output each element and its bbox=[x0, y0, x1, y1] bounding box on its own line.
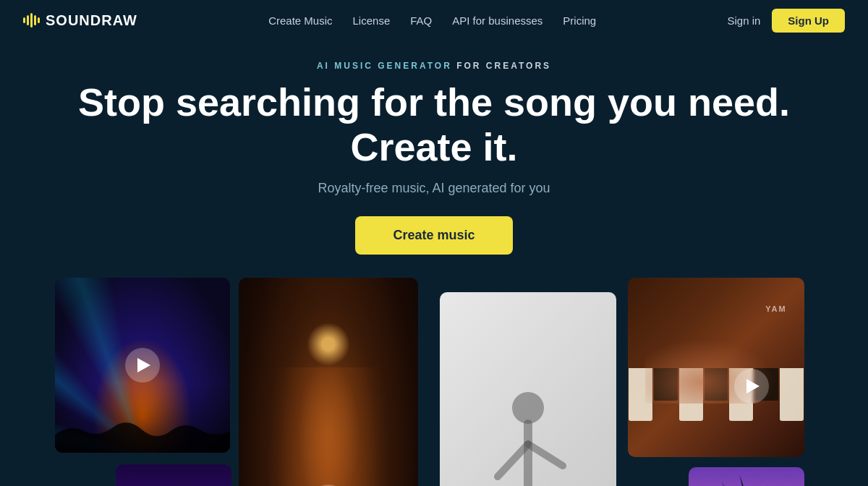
play-piano[interactable] bbox=[734, 369, 769, 404]
tag-creators: CREATORS bbox=[486, 61, 551, 71]
thumb-city bbox=[116, 464, 231, 486]
thumb-piano: YAM bbox=[628, 278, 804, 457]
hero-title-line2: Create it. bbox=[350, 125, 517, 169]
nav-actions: Sign in Sign Up bbox=[727, 9, 845, 33]
thumb-concert bbox=[55, 278, 230, 453]
hero-title: Stop searching for the song you need. Cr… bbox=[0, 80, 868, 169]
nav-api[interactable]: API for businesses bbox=[452, 14, 542, 27]
nav-license[interactable]: License bbox=[353, 14, 391, 27]
tag-generator: GENERATOR bbox=[378, 61, 452, 71]
svg-line-2 bbox=[498, 444, 528, 477]
nav-links: Create Music License FAQ API for busines… bbox=[268, 14, 596, 27]
hero-subtitle: Royalty-free music, AI generated for you bbox=[0, 181, 868, 196]
thumb-sunset bbox=[689, 467, 804, 486]
navbar: SOUNDRAW Create Music License FAQ API fo… bbox=[0, 0, 868, 40]
thumb-disco bbox=[239, 278, 418, 486]
play-concert[interactable] bbox=[125, 348, 160, 383]
tag-for: FOR bbox=[456, 61, 481, 71]
city-bg bbox=[116, 464, 231, 486]
hero-title-line1: Stop searching for the song you need. bbox=[78, 80, 790, 124]
image-grid: YAM ✕ Hi, I'm Neo. Need any help? 🤖 bbox=[0, 278, 868, 486]
hero-section: AI MUSIC GENERATOR FOR CREATORS Stop sea… bbox=[0, 40, 868, 272]
hero-tag: AI MUSIC GENERATOR FOR CREATORS bbox=[0, 61, 868, 71]
create-music-button[interactable]: Create music bbox=[355, 216, 512, 255]
svg-line-3 bbox=[528, 444, 563, 466]
signup-button[interactable]: Sign Up bbox=[772, 9, 845, 33]
logo-icon bbox=[23, 13, 40, 27]
signin-button[interactable]: Sign in bbox=[727, 14, 760, 27]
logo-text: SOUNDRAW bbox=[46, 12, 137, 29]
logo[interactable]: SOUNDRAW bbox=[23, 12, 137, 29]
nav-faq[interactable]: FAQ bbox=[410, 14, 432, 27]
nav-create-music[interactable]: Create Music bbox=[268, 14, 332, 27]
thumb-dancer bbox=[440, 292, 616, 486]
tag-ai: AI MUSIC bbox=[317, 61, 373, 71]
dancer-silhouette bbox=[440, 364, 616, 486]
svg-point-0 bbox=[512, 392, 544, 424]
nav-pricing[interactable]: Pricing bbox=[563, 14, 596, 27]
palm-silhouette bbox=[689, 467, 804, 486]
